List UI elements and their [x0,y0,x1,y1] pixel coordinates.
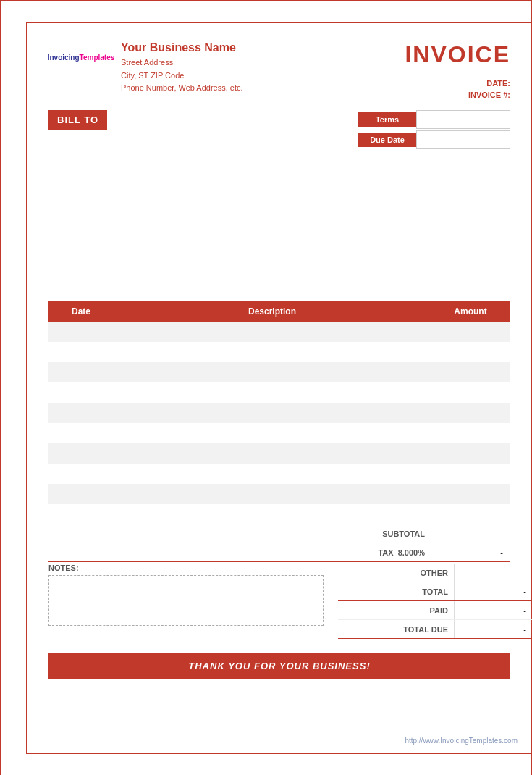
desc-cell[interactable] [114,484,431,504]
date-cell[interactable] [48,484,114,504]
amount-cell[interactable] [431,504,510,524]
desc-cell[interactable] [114,322,431,342]
header-right: INVOICE DATE: INVOICE #: [405,41,510,99]
logo-templates: Templates [80,54,115,62]
bill-to-address-area [48,156,510,214]
amount-cell[interactable] [431,403,510,423]
subtotal-value: - [431,524,510,542]
due-date-value[interactable] [416,130,510,149]
paid-label: PAID [338,606,454,615]
invoice-outer-border: InvoicingTemplates Your Business Name St… [26,22,532,754]
notes-area: NOTES: [48,564,324,626]
total-row: TOTAL - [338,582,532,601]
date-cell[interactable] [48,403,114,423]
col-amount: Amount [431,301,510,322]
business-name: Your Business Name [121,41,243,54]
other-label: OTHER [338,569,454,577]
total-label: TOTAL [338,587,454,596]
date-cell[interactable] [48,322,114,342]
address-line2: City, ST ZIP Code [121,70,243,83]
tax-row: TAX 8.000% - [48,543,510,562]
address-line3: Phone Number, Web Address, etc. [121,82,243,95]
col-description: Description [114,301,431,322]
amount-cell[interactable] [431,362,510,382]
bottom-totals: OTHER - TOTAL - PAID - TOTAL DUE - [338,564,532,639]
bill-section: BILL TO Terms Due Date [48,110,510,149]
desc-cell[interactable] [114,342,431,362]
table-header-row: Date Description Amount [48,301,510,322]
amount-cell[interactable] [431,484,510,504]
amount-cell[interactable] [431,382,510,403]
date-cell[interactable] [48,504,114,524]
address-line1: Street Address [121,56,243,70]
other-row: OTHER - [338,564,532,582]
notes-box[interactable] [48,575,324,626]
terms-section: Terms Due Date [358,110,510,149]
desc-cell[interactable] [114,382,431,403]
invoice-page: InvoicingTemplates Your Business Name St… [0,0,532,775]
terms-row: Terms [358,110,510,129]
desc-cell[interactable] [114,504,431,524]
bill-to-label: BILL TO [48,110,107,130]
other-value: - [454,564,532,582]
invoice-table: Date Description Amount [48,301,510,524]
amount-cell[interactable] [431,322,510,342]
table-body [48,322,510,524]
paid-row: PAID - [338,601,532,620]
table-row [48,362,510,382]
terms-value[interactable] [416,110,510,129]
total-due-label: TOTAL DUE [338,625,454,634]
logo: InvoicingTemplates [48,41,114,74]
date-label: DATE: [486,79,510,88]
amount-cell[interactable] [431,342,510,362]
date-cell[interactable] [48,362,114,382]
date-cell[interactable] [48,464,114,484]
date-section: DATE: INVOICE #: [405,79,510,99]
table-row [48,403,510,423]
table-row [48,342,510,362]
footer-bar: THANK YOU FOR YOUR BUSINESS! [48,653,510,679]
invoice-header: InvoicingTemplates Your Business Name St… [48,41,510,99]
desc-cell[interactable] [114,403,431,423]
subtotal-row: SUBTOTAL - [48,524,510,543]
header-left: InvoicingTemplates Your Business Name St… [48,41,243,95]
desc-cell[interactable] [114,362,431,382]
subtotal-section: SUBTOTAL - TAX 8.000% - [48,524,510,562]
total-value: - [454,582,532,600]
table-row [48,484,510,504]
date-cell[interactable] [48,342,114,362]
desc-cell[interactable] [114,443,431,464]
table-row [48,322,510,342]
desc-cell[interactable] [114,464,431,484]
logo-invoicing: Invoicing [48,54,80,62]
invoice-title: INVOICE [405,41,510,68]
amount-cell[interactable] [431,464,510,484]
date-row: DATE: [486,79,510,88]
bottom-section: NOTES: OTHER - TOTAL - PAID - TOTAL DUE [48,564,510,639]
invoice-num-row: INVOICE #: [468,91,510,99]
amount-cell[interactable] [431,423,510,443]
paid-value: - [454,601,532,619]
date-cell[interactable] [48,382,114,403]
table-row [48,382,510,403]
date-cell[interactable] [48,423,114,443]
terms-label: Terms [358,112,416,127]
business-info: Your Business Name Street Address City, … [121,41,243,95]
notes-label: NOTES: [48,564,324,572]
due-date-row: Due Date [358,130,510,149]
table-header: Date Description Amount [48,301,510,322]
desc-cell[interactable] [114,423,431,443]
total-due-value: - [454,620,532,638]
col-date: Date [48,301,114,322]
tax-label: TAX 8.000% [315,548,431,557]
logo-text: InvoicingTemplates [48,54,115,62]
amount-cell[interactable] [431,443,510,464]
table-row [48,443,510,464]
invoice-num-label: INVOICE #: [468,91,510,99]
subtotal-label: SUBTOTAL [315,529,431,538]
table-row [48,504,510,524]
due-date-label: Due Date [358,133,416,147]
table-row [48,464,510,484]
tax-value: - [431,543,510,561]
date-cell[interactable] [48,443,114,464]
